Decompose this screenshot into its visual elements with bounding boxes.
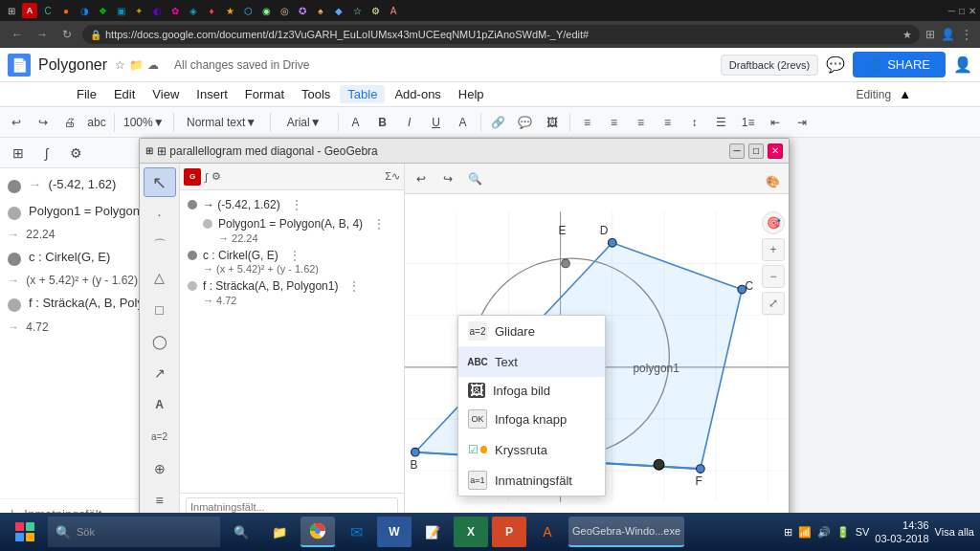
draftback-button[interactable]: Draftback (2revs)	[721, 55, 818, 76]
ggb-vector-tool[interactable]: ↗	[144, 359, 176, 388]
extensions-icon[interactable]: ⊞	[925, 28, 935, 41]
print-button[interactable]: 🖨	[57, 110, 82, 135]
italic-button[interactable]: I	[397, 110, 422, 135]
dropdown-item-inputfield[interactable]: a=1 Inmatningsfält	[458, 465, 605, 496]
menu-format[interactable]: Format	[237, 85, 292, 103]
app-icon-12[interactable]: ★	[222, 3, 237, 18]
ggb-rect-tool[interactable]: □	[144, 295, 176, 324]
underline-button[interactable]: U	[424, 110, 449, 135]
back-button[interactable]: ←	[8, 25, 27, 44]
ggb-undo-btn[interactable]: ↩	[409, 166, 434, 191]
algebra-tool-btn[interactable]: ⚙	[63, 141, 88, 165]
expand-icon[interactable]: ▲	[899, 87, 911, 101]
minimize-icon[interactable]: ─	[948, 6, 955, 16]
more-icon[interactable]: ⋮	[288, 248, 301, 263]
app-icon-11[interactable]: ♦	[204, 3, 219, 18]
maximize-icon[interactable]: □	[959, 6, 965, 16]
bookmark-icon[interactable]: ★	[902, 29, 912, 41]
ggb-text-tool[interactable]: A	[144, 390, 176, 420]
line-spacing-btn[interactable]: ↕	[682, 110, 707, 135]
redo-button[interactable]: ↪	[31, 110, 56, 135]
taskbar-file-explorer[interactable]: 📁	[262, 517, 297, 547]
spellcheck-button[interactable]: abc	[84, 110, 109, 135]
menu-edit[interactable]: Edit	[106, 85, 143, 103]
taskbar-ppt[interactable]: P	[492, 517, 526, 547]
menu-view[interactable]: View	[145, 85, 187, 103]
profile-icon[interactable]: 👤	[953, 55, 972, 74]
ggb-redo-btn[interactable]: ↪	[435, 166, 460, 191]
indent-increase-btn[interactable]: ⇥	[790, 110, 814, 135]
clock[interactable]: 14:36 03-03-2018	[875, 518, 928, 546]
more-icon[interactable]: ⋮	[290, 197, 303, 212]
app-icon-19[interactable]: ☆	[349, 3, 365, 18]
app-icon-1[interactable]: A	[22, 3, 37, 18]
volume-icon[interactable]: 🔊	[817, 526, 831, 539]
refresh-button[interactable]: ↻	[57, 25, 77, 44]
taskbar-excel[interactable]: X	[454, 517, 488, 547]
taskbar-mail[interactable]: ✉	[339, 517, 373, 547]
font-selector[interactable]: Arial▼	[276, 110, 333, 135]
ggb-zoom-fit-btn[interactable]: 🔍	[462, 166, 487, 191]
taskbar-search[interactable]: 🔍 Sök	[48, 517, 220, 547]
ggb-fullscreen-btn[interactable]: ⤢	[762, 292, 785, 315]
app-icon-9[interactable]: ✿	[167, 3, 183, 18]
windows-icon[interactable]: ⊞	[4, 3, 19, 18]
link-button[interactable]: 🔗	[486, 110, 511, 135]
indent-decrease-btn[interactable]: ⇤	[763, 110, 788, 135]
ggb-insert-tool[interactable]: ⊕	[144, 453, 176, 483]
ggb-line-tool[interactable]: ⌒	[144, 231, 176, 261]
chat-icon[interactable]: 💬	[826, 55, 845, 74]
network-icon[interactable]: 📶	[798, 526, 812, 539]
folder-icon[interactable]: 📁	[129, 58, 144, 72]
ggb-circle-tool[interactable]: ◯	[144, 326, 176, 356]
notification-icon[interactable]: ⊞	[784, 526, 792, 539]
dropdown-item-button[interactable]: OK Infoga knapp	[458, 404, 605, 434]
comment-button[interactable]: 💬	[513, 110, 538, 135]
share-button[interactable]: 👤 SHARE	[853, 52, 946, 77]
ggb-polygon-tool[interactable]: △	[144, 263, 176, 293]
menu-icon[interactable]: ⋮	[961, 28, 972, 41]
ggb-algebra-toggle[interactable]: ∫	[205, 171, 208, 183]
font-size-btn[interactable]: A	[344, 110, 368, 135]
ggb-zoom-in-btn[interactable]: +	[762, 238, 785, 261]
ggb-close-btn[interactable]: ✕	[768, 143, 783, 159]
dropdown-item-checkbox[interactable]: ☑ Kryssruta	[458, 434, 605, 465]
app-icon-3[interactable]: ●	[58, 3, 74, 18]
app-icon-7[interactable]: ✦	[131, 3, 146, 18]
app-icon-14[interactable]: ◉	[258, 3, 274, 18]
more-icon[interactable]: ⋮	[347, 278, 361, 294]
taskbar-word[interactable]: W	[377, 517, 412, 547]
dropdown-item-image[interactable]: 🖼 Infoga bild	[458, 377, 605, 404]
app-icon-13[interactable]: ⬡	[240, 3, 256, 18]
cloud-icon[interactable]: ☁	[147, 58, 159, 72]
taskbar-app1[interactable]: A	[530, 517, 565, 547]
ggb-zoom-out-btn[interactable]: −	[762, 265, 785, 288]
color-button[interactable]: A	[451, 110, 476, 135]
app-icon-2[interactable]: C	[40, 3, 56, 18]
ggb-axes-btn[interactable]: ⊞	[760, 164, 785, 169]
menu-insert[interactable]: Insert	[189, 85, 235, 103]
formula-btn[interactable]: ∫	[34, 141, 59, 165]
menu-tools[interactable]: Tools	[294, 85, 338, 103]
start-button[interactable]	[6, 517, 44, 547]
zoom-selector[interactable]: 100%▼	[120, 110, 168, 135]
account-icon[interactable]: 👤	[941, 28, 955, 41]
ggb-select-tool[interactable]: ↖	[144, 167, 176, 197]
ggb-maximize-btn[interactable]: □	[748, 143, 764, 159]
menu-file[interactable]: File	[69, 85, 104, 103]
show-desktop[interactable]: Visa alla	[935, 526, 974, 538]
taskbar-notepad[interactable]: 📝	[415, 517, 450, 547]
align-left-btn[interactable]: ≡	[575, 110, 600, 135]
menu-table[interactable]: Table	[340, 85, 385, 103]
taskbar-geogebra[interactable]: GeoGebra-Windo...exe	[568, 517, 684, 547]
taskbar-chrome[interactable]	[301, 517, 335, 547]
ggb-slider-tool[interactable]: a=2	[144, 422, 176, 452]
app-icon-8[interactable]: ◐	[149, 3, 165, 18]
taskbar-cortana[interactable]: 🔍	[224, 517, 258, 547]
battery-icon[interactable]: 🔋	[836, 526, 850, 539]
app-icon-10[interactable]: ◈	[186, 3, 201, 18]
close-icon[interactable]: ✕	[969, 6, 976, 16]
image-button[interactable]: 🖼	[540, 110, 565, 135]
style-selector[interactable]: Normal text▼	[179, 110, 265, 135]
more-icon[interactable]: ⋮	[372, 216, 386, 231]
